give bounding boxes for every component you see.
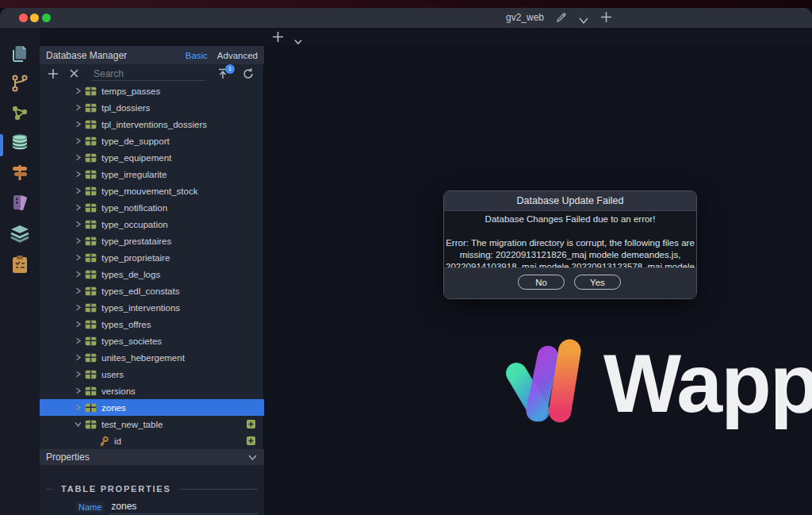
project-chevron-down-icon[interactable]	[578, 13, 589, 28]
dialog-message-line: Error: The migration directory is corrup…	[444, 237, 696, 249]
tree-item-zones[interactable]: zones	[40, 399, 264, 416]
tab-basic[interactable]: Basic	[186, 51, 208, 60]
chevron-right-icon[interactable]	[75, 321, 85, 328]
properties-bar-label: Properties	[46, 452, 247, 463]
tree-item-label: temps_passes	[102, 86, 160, 96]
table-icon	[85, 303, 97, 313]
name-field-label: Name	[75, 502, 105, 513]
tree-item-type_irregularite[interactable]: type_irregularite	[40, 166, 264, 183]
sidebar-item-workflows[interactable]	[7, 253, 33, 279]
tree-item-type_notification[interactable]: type_notification	[40, 199, 264, 216]
tree-item-types_offres[interactable]: types_offres	[40, 316, 264, 332]
chevron-right-icon[interactable]	[75, 354, 85, 361]
chevron-right-icon[interactable]	[75, 221, 85, 228]
tree-item-label: tpl_interventions_dossiers	[102, 120, 207, 129]
chevron-right-icon[interactable]	[75, 271, 85, 278]
table-icon	[85, 270, 97, 279]
tree-item-types_de_logs[interactable]: types_de_logs	[40, 266, 264, 282]
chevron-right-icon[interactable]	[75, 171, 85, 178]
chevron-right-icon[interactable]	[75, 304, 85, 311]
edit-pencil-icon[interactable]	[555, 11, 568, 27]
tree-item-versions[interactable]: versions	[40, 382, 264, 399]
tree-item-type_equipement[interactable]: type_equipement	[40, 149, 264, 166]
table-tree: temps_passestpl_dossierstpl_intervention…	[40, 83, 264, 449]
sidebar-item-git[interactable]	[7, 72, 33, 98]
table-icon	[85, 120, 97, 129]
sidebar-item-layers[interactable]	[7, 222, 33, 248]
chevron-down-icon[interactable]	[75, 421, 85, 428]
sidebar-item-routes[interactable]	[7, 161, 33, 186]
chevron-right-icon[interactable]	[75, 404, 85, 411]
chevron-right-icon[interactable]	[75, 387, 85, 394]
add-button[interactable]	[247, 420, 255, 429]
zoom-window-button[interactable]	[42, 13, 51, 22]
tab-advanced[interactable]: Advanced	[217, 51, 258, 60]
tree-item-temps_passes[interactable]: temps_passes	[40, 83, 264, 99]
tree-item-users[interactable]: users	[40, 366, 264, 382]
chevron-right-icon[interactable]	[75, 371, 85, 378]
chevron-right-icon[interactable]	[75, 87, 85, 94]
yes-button[interactable]: Yes	[574, 275, 621, 290]
tree-item-unites_hebergement[interactable]: unites_hebergement	[40, 349, 264, 366]
search-input[interactable]	[92, 67, 205, 81]
tree-item-label: type_equipement	[102, 153, 171, 163]
tree-item-type_occupation[interactable]: type_occupation	[40, 216, 264, 233]
tree-item-type_prestataires[interactable]: type_prestataires	[40, 233, 264, 249]
tree-item-type_mouvement_stock[interactable]: type_mouvement_stock	[40, 183, 264, 199]
add-table-icon[interactable]	[47, 67, 59, 80]
tree-item-types_societes[interactable]: types_societes	[40, 332, 264, 349]
chevron-right-icon[interactable]	[75, 337, 85, 344]
tree-item-label: id	[114, 436, 121, 446]
add-button[interactable]	[247, 436, 255, 445]
properties-bar[interactable]: Properties	[40, 449, 264, 465]
chevron-right-icon[interactable]	[75, 104, 85, 111]
sidebar	[0, 28, 40, 515]
tree-item-types_interventions[interactable]: types_interventions	[40, 299, 264, 316]
table-icon	[85, 320, 97, 329]
close-window-button[interactable]	[19, 13, 28, 22]
tree-item-types_edl_constats[interactable]: types_edl_constats	[40, 282, 264, 299]
tree-item-label: type_occupation	[102, 220, 168, 229]
tree-item-label: types_societes	[102, 336, 162, 346]
chevron-right-icon[interactable]	[75, 121, 85, 128]
chevron-right-icon[interactable]	[75, 154, 85, 161]
apply-changes-icon[interactable]: 1	[216, 67, 229, 80]
tree-item-label: type_mouvement_stock	[102, 186, 197, 196]
chevron-right-icon[interactable]	[75, 237, 85, 244]
name-field-input[interactable]: zones	[109, 500, 258, 514]
tree-item-label: versions	[102, 386, 136, 396]
dialog-message-gap	[444, 225, 696, 237]
chevron-right-icon[interactable]	[75, 287, 85, 294]
chevron-right-icon[interactable]	[75, 187, 85, 194]
chevron-down-icon	[247, 450, 258, 464]
desktop-background-strip	[0, 0, 812, 8]
pages-icon	[10, 44, 30, 67]
tree-item-label: type_irregularite	[102, 170, 167, 179]
section-title: TABLE PROPERTIES	[61, 484, 171, 494]
no-button[interactable]: No	[518, 275, 565, 290]
add-project-icon[interactable]	[599, 10, 613, 27]
sidebar-item-components[interactable]	[7, 102, 33, 127]
minimize-window-button[interactable]	[30, 13, 39, 22]
dialog-message-line: Database Changes Failed due to an error!	[444, 213, 696, 225]
project-name: gv2_web	[476, 12, 544, 23]
refresh-icon[interactable]	[242, 67, 255, 80]
close-icon[interactable]	[69, 68, 79, 79]
sidebar-item-pages[interactable]	[7, 43, 33, 68]
tree-item-test_new_table[interactable]: test_new_table	[40, 416, 264, 432]
tree-item-tpl_interventions_dossiers[interactable]: tpl_interventions_dossiers	[40, 116, 264, 133]
table-icon	[85, 336, 97, 346]
tab-list-chevron-icon[interactable]	[293, 34, 303, 48]
sidebar-item-styles[interactable]	[7, 191, 33, 217]
tree-item-type_de_support[interactable]: type_de_support	[40, 133, 264, 149]
tree-item-id[interactable]: id	[40, 432, 264, 449]
tree-item-tpl_dossiers[interactable]: tpl_dossiers	[40, 99, 264, 116]
tree-item-type_proprietaire[interactable]: type_proprietaire	[40, 249, 264, 266]
chevron-right-icon[interactable]	[75, 137, 85, 144]
section-line	[179, 489, 258, 490]
chevron-right-icon[interactable]	[75, 204, 85, 211]
add-tab-icon[interactable]	[271, 30, 285, 47]
table-icon	[85, 203, 97, 213]
sidebar-item-database[interactable]	[7, 132, 33, 157]
chevron-right-icon[interactable]	[75, 254, 85, 261]
